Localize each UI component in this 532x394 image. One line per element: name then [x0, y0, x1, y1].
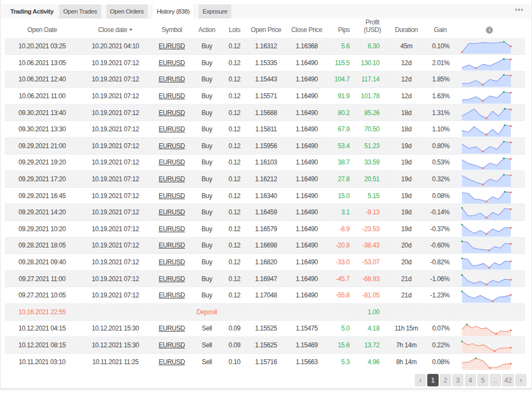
tab-exposure[interactable]: Exposure — [199, 4, 231, 18]
symbol-link[interactable]: EURUSD — [159, 59, 185, 67]
info-icon[interactable]: i — [486, 27, 493, 34]
symbol-link[interactable]: EURUSD — [159, 42, 185, 50]
cell-action: Sell — [192, 320, 221, 337]
cell-gain: 0.80% — [427, 138, 454, 155]
symbol-link[interactable]: EURUSD — [159, 158, 185, 166]
trade-row[interactable]: 09.29.2021 14:20 10.19.2021 07:12 EURUSD… — [5, 204, 525, 221]
pagination-page-42[interactable]: 42 — [502, 374, 514, 386]
col-header-lots[interactable]: Lots — [221, 18, 248, 38]
cell-open-date: 09.29.2021 19:20 — [5, 154, 79, 171]
cell-close-price: 1.16490 — [284, 287, 329, 304]
cell-pips: -45.7 — [329, 270, 359, 287]
cell-pips: 15.6 — [329, 337, 359, 354]
cell-open-date: 09.30.2021 13:40 — [5, 104, 79, 121]
cell-profit: 70.50 — [359, 121, 386, 138]
pagination-page-..[interactable]: .. — [490, 374, 501, 386]
cell-open-price: 1.16312 — [248, 38, 284, 55]
trade-row[interactable]: 10.12.2021 08:15 10.12.2021 15:30 EURUSD… — [5, 337, 525, 354]
cell-symbol: EURUSD — [151, 270, 192, 287]
cell-open-date: 09.28.2021 09:40 — [5, 254, 79, 271]
pagination-page-5[interactable]: 5 — [477, 374, 489, 386]
trade-row[interactable]: 09.27.2021 11:00 10.19.2021 07:12 EURUSD… — [5, 270, 525, 287]
symbol-link[interactable]: EURUSD — [159, 358, 185, 366]
col-header-close-date[interactable]: Close date — [79, 18, 151, 38]
col-header-profit[interactable]: Profit(USD) — [359, 18, 386, 38]
cell-profit: 20.51 — [359, 171, 386, 188]
trade-row[interactable]: 09.30.2021 13:40 10.19.2021 07:12 EURUSD… — [5, 104, 525, 121]
trade-row[interactable]: 09.29.2021 10:20 10.19.2021 07:12 EURUSD… — [5, 221, 525, 238]
cell-duration: 19d — [386, 187, 427, 204]
symbol-link[interactable]: EURUSD — [159, 341, 185, 349]
trade-row[interactable]: 09.28.2021 18:05 10.19.2021 07:12 EURUSD… — [5, 237, 525, 254]
cell-close-date: 10.20.2021 04:10 — [79, 38, 151, 55]
col-header-duration[interactable]: Duration — [386, 18, 427, 38]
col-header-pips[interactable]: Pips — [329, 18, 359, 38]
symbol-link[interactable]: EURUSD — [159, 275, 185, 283]
trade-row[interactable]: 10.11.2021 03:10 10.11.2021 11:25 EURUSD… — [5, 353, 525, 370]
cell-duration: 12d — [386, 88, 427, 105]
cell-chart — [454, 320, 525, 337]
pagination-page-2[interactable]: 2 — [440, 374, 451, 386]
cell-close-date: 10.19.2021 07:12 — [79, 121, 151, 138]
symbol-link[interactable]: EURUSD — [159, 175, 185, 183]
symbol-link[interactable]: EURUSD — [159, 208, 185, 216]
tab-history-838[interactable]: History (838) — [153, 4, 194, 18]
symbol-link[interactable]: EURUSD — [159, 225, 185, 233]
cell-open-date: 09.29.2021 16:45 — [5, 187, 79, 204]
trade-row[interactable]: 10.06.2021 11:00 10.19.2021 07:12 EURUSD… — [5, 88, 525, 105]
pagination-prev-button[interactable]: ‹ — [415, 374, 426, 386]
trade-row[interactable]: 09.29.2021 16:45 10.19.2021 07:12 EURUSD… — [5, 187, 525, 204]
cell-action: Buy — [192, 104, 221, 121]
symbol-link[interactable]: EURUSD — [159, 325, 185, 332]
col-header-gain[interactable]: Gain — [427, 18, 454, 38]
pagination-page-1[interactable]: 1 — [427, 374, 439, 386]
symbol-link[interactable]: EURUSD — [159, 291, 185, 299]
cell-pips: 15.0 — [329, 187, 359, 204]
trade-row[interactable]: 10.12.2021 04:15 10.12.2021 15:30 EURUSD… — [5, 320, 525, 337]
trade-row[interactable]: 09.27.2021 10:05 10.19.2021 07:12 EURUSD… — [5, 287, 525, 304]
cell-profit: 130.10 — [359, 55, 386, 72]
trade-row[interactable]: 09.30.2021 13:30 10.19.2021 07:12 EURUSD… — [5, 121, 525, 138]
trade-row[interactable]: 09.29.2021 19:20 10.19.2021 07:12 EURUSD… — [5, 154, 525, 171]
trade-row[interactable]: 10.20.2021 03:25 10.20.2021 04:10 EURUSD… — [5, 38, 525, 55]
cell-open-date: 09.29.2021 17:20 — [5, 171, 79, 188]
symbol-link[interactable]: EURUSD — [159, 125, 185, 133]
col-header-open-price[interactable]: Open Price — [248, 18, 284, 38]
symbol-link[interactable]: EURUSD — [159, 92, 185, 100]
trading-activity-widget: Trading Activity Open TradesOpen OrdersH… — [0, 0, 532, 394]
cell-open-date: 09.28.2021 18:05 — [5, 237, 79, 254]
cell-close-date: 10.12.2021 15:30 — [79, 320, 151, 337]
trade-row[interactable]: 10.06.2021 13:05 10.19.2021 07:12 EURUSD… — [5, 55, 525, 72]
tab-open-trades[interactable]: Open Trades — [59, 4, 100, 18]
col-header-open-date[interactable]: Open Date — [5, 18, 79, 38]
symbol-link[interactable]: EURUSD — [159, 142, 185, 150]
cell-action: Buy — [192, 55, 221, 72]
symbol-link[interactable]: EURUSD — [159, 109, 185, 117]
cell-gain: 1.63% — [427, 88, 454, 105]
col-header-symbol[interactable]: Symbol — [151, 18, 192, 38]
col-header-close-price[interactable]: Close Price — [284, 18, 329, 38]
cell-action: Buy — [192, 270, 221, 287]
pagination-next-button[interactable]: › — [515, 374, 527, 386]
cell-gain: -0.60% — [427, 237, 454, 254]
cell-profit: 117.14 — [359, 71, 386, 88]
trade-row[interactable]: 09.29.2021 21:00 10.19.2021 07:12 EURUSD… — [5, 138, 525, 155]
pagination-page-4[interactable]: 4 — [465, 374, 476, 386]
cell-chart — [454, 254, 525, 271]
trade-row[interactable]: 10.06.2021 12:40 10.19.2021 07:12 EURUSD… — [5, 71, 525, 88]
cell-symbol: EURUSD — [151, 320, 192, 337]
deposit-row[interactable]: 10.16.2021 22:55 Deposit 1.00 — [5, 304, 525, 321]
cell-profit: 4.18 — [359, 320, 386, 337]
pagination-page-3[interactable]: 3 — [452, 374, 464, 386]
symbol-link[interactable]: EURUSD — [159, 192, 185, 200]
trade-row[interactable]: 09.29.2021 17:20 10.19.2021 07:12 EURUSD… — [5, 171, 525, 188]
ellipsis-menu-icon[interactable] — [513, 6, 525, 14]
cell-gain: -0.82% — [427, 254, 454, 271]
trade-row[interactable]: 09.28.2021 09:40 10.19.2021 07:12 EURUSD… — [5, 254, 525, 271]
symbol-link[interactable]: EURUSD — [159, 75, 185, 83]
symbol-link[interactable]: EURUSD — [159, 242, 185, 249]
symbol-link[interactable]: EURUSD — [159, 258, 185, 266]
tab-open-orders[interactable]: Open Orders — [106, 4, 148, 18]
col-header-action[interactable]: Action — [192, 18, 221, 38]
cell-close-price: 1.16490 — [284, 71, 329, 88]
